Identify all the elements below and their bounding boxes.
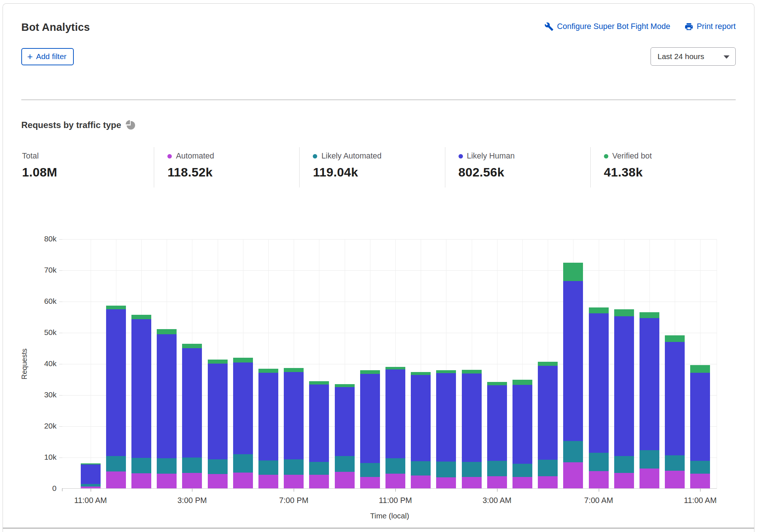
- bar-segment-likely-human[interactable]: [208, 364, 228, 459]
- bar-stack[interactable]: [538, 362, 558, 488]
- bar-segment-likely-automated[interactable]: [462, 462, 482, 477]
- bar-segment-verified-bot[interactable]: [436, 370, 456, 374]
- bar-segment-likely-human[interactable]: [436, 373, 456, 462]
- bar-segment-automated[interactable]: [538, 476, 558, 488]
- bar-segment-automated[interactable]: [360, 477, 380, 488]
- bar-segment-automated[interactable]: [589, 471, 609, 488]
- bar-segment-likely-automated[interactable]: [360, 463, 380, 477]
- bar-segment-likely-automated[interactable]: [436, 462, 456, 477]
- bar-segment-likely-automated[interactable]: [487, 461, 507, 476]
- bar-segment-likely-human[interactable]: [640, 318, 659, 450]
- bar-segment-verified-bot[interactable]: [690, 365, 710, 373]
- bar-stack[interactable]: [233, 358, 253, 488]
- bar-segment-verified-bot[interactable]: [157, 329, 177, 335]
- bar-segment-likely-human[interactable]: [665, 342, 685, 455]
- bar-segment-verified-bot[interactable]: [487, 382, 507, 385]
- bar-segment-likely-automated[interactable]: [258, 460, 278, 475]
- bar-segment-likely-automated[interactable]: [690, 461, 710, 474]
- bar-segment-verified-bot[interactable]: [233, 358, 253, 363]
- bar-segment-automated[interactable]: [284, 475, 304, 488]
- bar-segment-verified-bot[interactable]: [462, 370, 482, 374]
- bar-segment-automated[interactable]: [690, 474, 710, 488]
- bar-segment-automated[interactable]: [487, 476, 507, 488]
- bar-stack[interactable]: [360, 370, 380, 488]
- bar-segment-likely-human[interactable]: [589, 313, 609, 453]
- bar-segment-likely-automated[interactable]: [157, 458, 177, 474]
- bar-segment-likely-human[interactable]: [309, 385, 329, 462]
- time-range-select[interactable]: Last 24 hours: [651, 47, 736, 66]
- bar-segment-verified-bot[interactable]: [385, 367, 405, 369]
- bar-segment-likely-human[interactable]: [106, 309, 126, 456]
- bar-stack[interactable]: [182, 344, 202, 488]
- bar-segment-automated[interactable]: [563, 462, 583, 488]
- bar-segment-verified-bot[interactable]: [614, 309, 634, 316]
- bar-segment-likely-automated[interactable]: [81, 484, 101, 487]
- bar-stack[interactable]: [690, 365, 710, 488]
- bar-segment-likely-human[interactable]: [81, 464, 101, 484]
- bar-segment-verified-bot[interactable]: [182, 344, 202, 349]
- bar-segment-automated[interactable]: [436, 477, 456, 488]
- bar-segment-automated[interactable]: [258, 475, 278, 488]
- bar-segment-automated[interactable]: [665, 471, 685, 488]
- bar-stack[interactable]: [512, 380, 532, 488]
- bar-stack[interactable]: [258, 369, 278, 488]
- bar-segment-automated[interactable]: [512, 477, 532, 489]
- print-report-link[interactable]: Print report: [684, 22, 736, 31]
- bar-stack[interactable]: [665, 335, 685, 488]
- bar-segment-automated[interactable]: [157, 474, 177, 488]
- bar-segment-likely-human[interactable]: [385, 369, 405, 458]
- bar-segment-likely-human[interactable]: [563, 281, 583, 441]
- bar-stack[interactable]: [589, 307, 609, 488]
- bar-stack[interactable]: [309, 381, 329, 488]
- bar-stack[interactable]: [385, 367, 405, 488]
- bar-stack[interactable]: [106, 306, 126, 488]
- bar-stack[interactable]: [335, 384, 355, 488]
- configure-super-bot-fight-mode-link[interactable]: Configure Super Bot Fight Mode: [544, 22, 670, 31]
- bar-segment-likely-automated[interactable]: [589, 453, 609, 471]
- bar-segment-automated[interactable]: [411, 475, 431, 488]
- bar-stack[interactable]: [462, 370, 482, 488]
- bar-segment-likely-human[interactable]: [284, 372, 304, 459]
- bar-segment-likely-human[interactable]: [411, 375, 431, 461]
- bar-segment-automated[interactable]: [131, 473, 151, 488]
- bar-stack[interactable]: [208, 360, 228, 488]
- bar-segment-automated[interactable]: [462, 477, 482, 489]
- bar-segment-likely-human[interactable]: [538, 366, 558, 460]
- bar-segment-likely-automated[interactable]: [411, 461, 431, 475]
- bar-segment-automated[interactable]: [106, 471, 126, 488]
- bar-segment-likely-human[interactable]: [690, 373, 710, 461]
- bar-segment-likely-automated[interactable]: [284, 459, 304, 475]
- bar-segment-likely-automated[interactable]: [385, 458, 405, 474]
- bar-segment-likely-human[interactable]: [182, 348, 202, 458]
- bar-segment-verified-bot[interactable]: [563, 263, 583, 281]
- bar-segment-verified-bot[interactable]: [640, 312, 659, 318]
- bar-segment-likely-automated[interactable]: [640, 450, 659, 468]
- bar-segment-likely-human[interactable]: [487, 385, 507, 461]
- bar-segment-likely-automated[interactable]: [665, 455, 685, 471]
- bar-stack[interactable]: [81, 463, 101, 488]
- bar-segment-verified-bot[interactable]: [131, 315, 151, 319]
- bar-segment-verified-bot[interactable]: [106, 306, 126, 309]
- bar-segment-likely-human[interactable]: [462, 374, 482, 462]
- bar-segment-automated[interactable]: [81, 487, 101, 488]
- bar-segment-likely-human[interactable]: [614, 316, 634, 456]
- bar-segment-verified-bot[interactable]: [360, 370, 380, 374]
- bar-stack[interactable]: [563, 263, 583, 488]
- bar-segment-likely-human[interactable]: [360, 374, 380, 463]
- bar-segment-automated[interactable]: [309, 475, 329, 488]
- bar-segment-verified-bot[interactable]: [512, 380, 532, 385]
- bar-stack[interactable]: [436, 370, 456, 488]
- bar-segment-automated[interactable]: [233, 473, 253, 488]
- bar-segment-likely-human[interactable]: [157, 334, 177, 458]
- bar-stack[interactable]: [614, 309, 634, 488]
- bar-segment-likely-automated[interactable]: [106, 456, 126, 472]
- bar-segment-verified-bot[interactable]: [538, 362, 558, 366]
- bar-segment-likely-automated[interactable]: [309, 462, 329, 475]
- bar-segment-likely-automated[interactable]: [233, 454, 253, 472]
- bar-segment-likely-automated[interactable]: [335, 456, 355, 472]
- bar-stack[interactable]: [284, 368, 304, 488]
- bar-segment-likely-automated[interactable]: [182, 458, 202, 473]
- bar-segment-verified-bot[interactable]: [208, 360, 228, 364]
- bar-segment-likely-human[interactable]: [512, 385, 532, 464]
- bar-segment-likely-automated[interactable]: [538, 460, 558, 476]
